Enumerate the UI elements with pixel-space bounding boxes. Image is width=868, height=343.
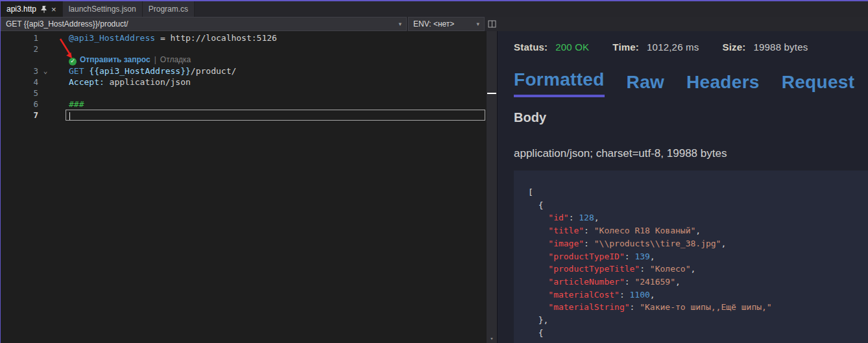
- json-line: "id": 128,: [528, 211, 862, 224]
- line-number: 7: [1, 110, 38, 121]
- fold-chevron-icon[interactable]: ⌄: [38, 65, 53, 77]
- scroll-down-button[interactable]: ▾: [487, 334, 497, 343]
- response-tab-raw[interactable]: Raw: [627, 72, 664, 97]
- response-tab-request[interactable]: Request: [782, 72, 855, 97]
- line-number: 2: [1, 43, 38, 54]
- size-value: 19988 bytes: [753, 41, 808, 53]
- content-type-line: application/json; charset=utf-8, 19988 b…: [514, 147, 868, 160]
- environment-dropdown[interactable]: ENV: <нет> ▾: [408, 17, 485, 31]
- json-line: },: [528, 314, 862, 327]
- json-line: "image": "\\products\\tire_38.jpg",: [528, 237, 862, 250]
- response-panel: Status: 200 OK Time: 1012,26 ms Size: 19…: [497, 31, 868, 343]
- chevron-down-icon: ▾: [398, 21, 402, 27]
- line-number: [1, 54, 38, 65]
- request-selector-value: GET {{api3_HostAddress}}/product/: [6, 19, 128, 29]
- editor-vertical-scrollbar[interactable]: [487, 31, 497, 334]
- code-line: [53, 43, 485, 54]
- tab-Program.cs[interactable]: Program.cs: [143, 1, 195, 17]
- vs-window: api3.http×launchSettings.jsonProgram.cs …: [0, 0, 868, 343]
- json-line: "productTypeTitle": "Колесо",: [528, 263, 862, 276]
- editor-row: 7: [1, 110, 497, 121]
- editor-row: 6###: [1, 99, 497, 110]
- code-line: Accept: application/json: [53, 77, 485, 88]
- response-tabs: FormattedRawHeadersRequest: [514, 69, 868, 97]
- code-line: [66, 110, 485, 121]
- tab-label: api3.http: [6, 5, 36, 14]
- editor-row: 2: [1, 43, 497, 54]
- codelens-line: ✓Отправить запрос|Отладка: [53, 54, 485, 65]
- line-number: 6: [1, 99, 38, 110]
- fold-margin: [38, 110, 53, 121]
- json-line: "materialString": "Какие-то шипы,,Ещё ши…: [528, 301, 862, 314]
- tab-label: launchSettings.json: [69, 5, 136, 14]
- line-number: 5: [1, 88, 38, 99]
- fold-margin: [38, 88, 53, 99]
- codelens-row: ✓Отправить запрос|Отладка: [1, 54, 497, 65]
- response-status-row: Status: 200 OK Time: 1012,26 ms Size: 19…: [514, 41, 868, 53]
- json-line: "title": "Колесо R18 Кованый",: [528, 224, 862, 237]
- fold-margin: [38, 77, 53, 88]
- http-editor[interactable]: 1@api3_HostAddress = http://localhost:51…: [1, 31, 497, 343]
- response-tab-formatted[interactable]: Formatted: [514, 69, 605, 97]
- json-line: {: [528, 199, 862, 212]
- line-number: 1: [1, 32, 38, 43]
- request-toolbar: GET {{api3_HostAddress}}/product/ ▾ ENV:…: [1, 17, 868, 31]
- pin-icon[interactable]: [41, 6, 47, 13]
- time-value: 1012,26 ms: [647, 41, 699, 53]
- editor-row: 5: [1, 88, 497, 99]
- code-line: GET {{api3_HostAddress}}/product/: [53, 65, 485, 77]
- text-caret: [69, 112, 70, 120]
- json-viewer: [ { "id": 128, "title": "Колесо R18 Кова…: [514, 171, 868, 343]
- check-icon: ✓: [69, 58, 77, 65]
- codelens-debug-link[interactable]: Отладка: [160, 55, 191, 64]
- fold-margin: [38, 99, 53, 110]
- document-tab-bar: api3.http×launchSettings.jsonProgram.cs: [1, 1, 868, 17]
- json-line: "materialCost": 1100,: [528, 289, 862, 302]
- split-editor-icon[interactable]: [485, 17, 499, 31]
- chevron-down-icon: ▾: [476, 21, 479, 27]
- code-line: [53, 88, 485, 99]
- json-line: "articleNumber": "241659",: [528, 276, 862, 289]
- environment-value: ENV: <нет>: [413, 19, 454, 29]
- editor-row: 1@api3_HostAddress = http://localhost:51…: [1, 32, 497, 43]
- line-number: 3: [1, 65, 38, 77]
- codelens-separator: |: [154, 55, 156, 64]
- json-line: {: [528, 327, 862, 340]
- status-value: 200 OK: [555, 41, 589, 53]
- editor-row: 4Accept: application/json: [1, 77, 497, 88]
- scrollbar-marker: [487, 93, 496, 94]
- size-label: Size:: [722, 41, 745, 53]
- main-area: 1@api3_HostAddress = http://localhost:51…: [1, 31, 868, 343]
- tab-launchSettings.json[interactable]: launchSettings.json: [63, 1, 143, 17]
- json-line: "productTypeID": 139,: [528, 250, 862, 263]
- response-tab-headers[interactable]: Headers: [686, 72, 760, 97]
- editor-lines: 1@api3_HostAddress = http://localhost:51…: [1, 32, 497, 121]
- fold-margin: [38, 32, 53, 43]
- tab-api3.http[interactable]: api3.http×: [1, 1, 63, 17]
- json-line: [: [528, 186, 862, 199]
- code-line: @api3_HostAddress = http://localhost:512…: [53, 32, 485, 43]
- status-label: Status:: [514, 41, 548, 53]
- editor-row: 3⌄GET {{api3_HostAddress}}/product/: [1, 65, 497, 77]
- line-number: 4: [1, 77, 38, 88]
- fold-margin: [38, 43, 53, 54]
- close-icon[interactable]: ×: [51, 5, 56, 14]
- request-selector-dropdown[interactable]: GET {{api3_HostAddress}}/product/ ▾: [1, 17, 407, 31]
- fold-margin: [38, 54, 53, 65]
- body-heading: Body: [514, 110, 868, 125]
- tab-label: Program.cs: [149, 5, 188, 14]
- codelens-send-request-link[interactable]: Отправить запрос: [80, 55, 151, 64]
- code-line: ###: [53, 99, 485, 110]
- time-label: Time:: [612, 41, 639, 53]
